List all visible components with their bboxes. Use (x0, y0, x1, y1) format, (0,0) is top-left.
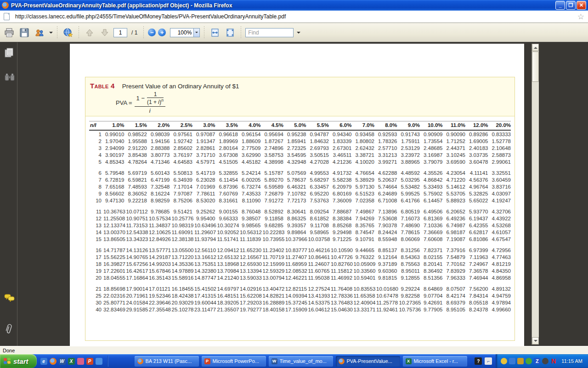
table-cell: 14.82821 (261, 292, 284, 299)
scheduler-tray-icon[interactable] (542, 358, 548, 364)
scroll-down-button[interactable] (532, 337, 539, 345)
save-button[interactable] (18, 26, 31, 39)
table-cell: 7.72173 (283, 197, 306, 204)
zoom-level-select[interactable]: 100% (170, 28, 194, 37)
table-cell: 1.84632 (306, 138, 329, 144)
find-dropdown-arrow[interactable] (297, 32, 300, 35)
pdf-vertical-scrollbar[interactable] (531, 44, 539, 345)
table-cell: 13.71220 (170, 253, 193, 260)
pva-table-body: 10.990100.985220.980390.975610.970870.96… (89, 130, 511, 313)
table-cell: 7.60769 (215, 190, 238, 197)
update-tray-icon[interactable] (526, 358, 532, 364)
scroll-up-button[interactable] (532, 44, 539, 51)
table-cell: 6.20979 (329, 183, 352, 190)
key-icon[interactable] (77, 358, 84, 365)
search-binoculars-icon[interactable] (4, 73, 14, 83)
table-cell: 13.57771 (147, 247, 170, 253)
norton-tray-icon[interactable]: N (550, 358, 557, 364)
table-cell: 4.43922 (488, 215, 511, 222)
excel-icon[interactable]: X (68, 358, 75, 365)
taskbar-window-button[interactable]: PVA-PresentValue... (336, 356, 400, 367)
taskbar-window-button[interactable]: BA 213 W11 (Pasc... (135, 356, 199, 367)
fit-page-button[interactable] (224, 26, 237, 39)
table-row: 32.940992.912202.883882.856022.828612.80… (89, 144, 511, 151)
taskbar-window-button[interactable]: PMicrosoft PowerPo... (202, 356, 266, 367)
table-header-rate: 12.0% (465, 121, 488, 131)
media-icon[interactable] (96, 358, 102, 365)
bookmark-star-icon[interactable]: ☆ (577, 12, 584, 22)
table-cell: 4.72956 (488, 247, 511, 253)
taskbar-button-label: BA 213 W11 (Pasc... (146, 358, 192, 364)
internet-explorer-icon[interactable]: e (40, 358, 47, 365)
table-cell: 17.41315 (192, 292, 215, 299)
find-input[interactable] (245, 28, 294, 37)
shield-tray-icon[interactable] (517, 358, 524, 364)
table-cell: 2.69793 (306, 144, 329, 151)
table-cell: 9.42691 (420, 299, 443, 306)
zoom-out-button[interactable]: − (148, 29, 156, 36)
table-cell: 4.77463 (488, 253, 511, 260)
table-cell: 14.53375 (306, 299, 329, 306)
attachments-paperclip-icon[interactable] (4, 323, 14, 333)
help-icon[interactable]: ? (475, 357, 482, 365)
minimize-button[interactable]: _ (555, 1, 565, 10)
table-cell: 6.14457 (420, 197, 443, 204)
close-button[interactable]: ✕ (577, 1, 586, 10)
powerpoint-icon[interactable]: P (86, 358, 93, 365)
comments-panel-icon[interactable] (4, 293, 14, 304)
restore-button[interactable]: ❐ (566, 1, 576, 10)
table-cell: 6.33457 (306, 183, 329, 190)
table-cell: 0.96154 (238, 130, 261, 138)
fit-width-button[interactable] (209, 26, 221, 39)
table-cell: 7.13896 (374, 208, 397, 215)
messenger-tray-icon[interactable] (509, 358, 515, 364)
table-cell: 6.41766 (397, 197, 420, 204)
next-page-button[interactable] (98, 26, 111, 39)
table-cell: 4.56376 (465, 176, 488, 183)
table-cell: 5.38929 (352, 176, 375, 183)
taskbar-divider (107, 356, 108, 367)
pages-panel-icon[interactable] (4, 48, 14, 58)
zone-tray-icon[interactable]: Z (534, 358, 540, 364)
table-header-rate: 3.5% (215, 121, 238, 131)
page-number-input[interactable] (113, 28, 127, 37)
url-input[interactable]: http://classes.lanecc.edu/file.php/24555… (15, 13, 574, 20)
table-cell: 10.01680 (374, 285, 397, 292)
collaborate-button[interactable] (33, 26, 46, 39)
firefox-icon (2, 2, 9, 9)
web-upload-button[interactable] (62, 26, 74, 39)
word-icon[interactable]: W (59, 358, 66, 365)
previous-page-button[interactable] (83, 26, 96, 39)
table-cell: 10.22283 (261, 229, 284, 236)
table-cell: 4.27028 (306, 158, 329, 165)
zoom-in-button[interactable]: + (158, 29, 166, 36)
zoom-dropdown-arrow[interactable] (194, 28, 200, 37)
start-label: start (13, 357, 28, 365)
table-cell: 0.94787 (306, 130, 329, 138)
table-cell: 8.36492 (420, 267, 443, 274)
smiley-tray-icon[interactable] (501, 358, 507, 364)
taskbar-window-button[interactable]: WTime_value_of_mo... (269, 356, 333, 367)
collaborate-dropdown-arrow[interactable] (49, 32, 53, 35)
table-cell: 8.51356 (420, 274, 443, 281)
table-cell: 4.99553 (306, 169, 329, 176)
firefox-icon[interactable] (50, 358, 57, 365)
start-button[interactable]: start (0, 354, 37, 368)
taskbar-window-button[interactable]: XMicrosoft Excel - r... (403, 356, 467, 367)
table-cell: 10.59401 (352, 274, 375, 281)
table-cell: 15.41502 (192, 285, 215, 292)
restore-up-icon[interactable]: ⌐ (485, 357, 492, 365)
print-button[interactable] (3, 26, 16, 39)
table-cell: 16.39827 (102, 260, 124, 267)
scrollbar-thumb[interactable] (532, 52, 539, 82)
table-row: 1917.2260116.4261715.6784614.9788914.323… (89, 267, 511, 274)
table-cell: 7.16073 (397, 215, 420, 222)
table-cell: 1.83339 (329, 138, 352, 144)
table-cell: 5.53705 (443, 190, 466, 197)
table-cell: 10.73955 (261, 236, 284, 242)
table-cell: 7.56200 (465, 285, 488, 292)
table-cell-n: 1 (89, 130, 102, 138)
table-cell-n: 30 (89, 299, 102, 306)
table-cell: 0.96618 (215, 130, 238, 138)
table-cell: 8.31661 (215, 197, 238, 204)
